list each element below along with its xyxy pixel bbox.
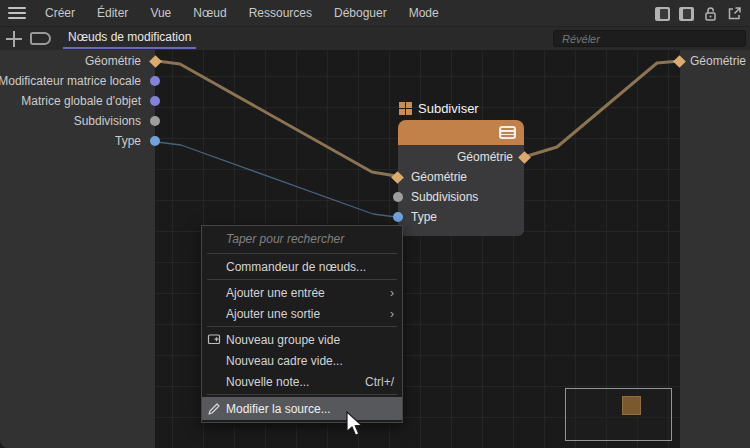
node-group-icon[interactable] (30, 32, 51, 45)
wire-geometry-output (524, 61, 680, 157)
wire-geometry-input (157, 61, 396, 176)
menu-item-ajouter-une-entree[interactable]: Ajouter une entrée › (202, 282, 402, 303)
port-label: Géométrie (457, 150, 513, 164)
reveal-search-input[interactable] (553, 30, 746, 47)
port-label: Matrice globale d'objet (21, 94, 141, 108)
context-menu-search-input[interactable]: Taper pour rechercher (202, 227, 402, 251)
pencil-icon (207, 402, 222, 416)
geometry-port-diamond[interactable] (673, 55, 686, 68)
port-label: Modificateur matrice locale (0, 74, 141, 88)
graph-canvas[interactable]: Géométrie Modificateur matrice locale Ma… (0, 50, 750, 448)
menu-separator (207, 253, 397, 254)
add-tab-icon[interactable] (6, 31, 22, 47)
node-subdiviser[interactable]: Subdiviser Géométrie Géométrie (398, 100, 524, 236)
type-port-circle[interactable] (393, 212, 403, 222)
menu-item-label: Nouveau groupe vide (226, 333, 394, 347)
open-external-icon[interactable] (727, 6, 742, 21)
node-header[interactable] (398, 120, 524, 145)
node-menu-icon[interactable] (499, 126, 516, 139)
port-label: Subdivisions (411, 190, 478, 204)
menu-separator (207, 394, 397, 395)
matrix-port-circle[interactable] (150, 76, 160, 86)
node-title: Subdiviser (418, 101, 479, 116)
node-input-geometrie[interactable]: Géométrie (398, 167, 524, 187)
output-ports-strip: Géométrie (680, 50, 750, 448)
port-label: Type (411, 210, 437, 224)
menu-item-label: Nouvelle note... (226, 375, 365, 389)
submenu-arrow-icon: › (390, 307, 394, 321)
graph-port-type[interactable]: Type (0, 131, 155, 151)
menu-item-shortcut: Ctrl+/ (365, 375, 394, 389)
menu-editer[interactable]: Éditer (86, 0, 139, 27)
menu-item-nouvelle-note[interactable]: Nouvelle note... Ctrl+/ (202, 371, 402, 392)
node-input-type[interactable]: Type (398, 207, 524, 227)
tab-label: Nœuds de modification (68, 30, 191, 44)
new-group-icon (207, 332, 222, 346)
tab-active-underline (63, 47, 196, 49)
lock-open-icon[interactable] (703, 6, 718, 22)
tabbar: Nœuds de modification (0, 27, 750, 50)
window-controls (655, 0, 742, 27)
menu-item-label: Ajouter une entrée (226, 286, 390, 300)
graph-port-modificateur-matrice-locale[interactable]: Modificateur matrice locale (0, 71, 155, 91)
menu-deboguer[interactable]: Déboguer (323, 0, 398, 27)
menu-mode[interactable]: Mode (398, 0, 450, 27)
menu-separator (207, 326, 397, 327)
hamburger-menu-icon[interactable] (8, 7, 26, 19)
submenu-arrow-icon: › (390, 286, 394, 300)
menu-item-label: Modifier la source... (226, 402, 394, 416)
matrix-port-circle[interactable] (150, 96, 160, 106)
menu-item-commandeur-de-noeuds[interactable]: Commandeur de nœuds... (202, 256, 402, 277)
node-body: Géométrie Géométrie Subdivisions Type (398, 145, 524, 236)
port-label: Géométrie (690, 54, 746, 68)
menu-vue[interactable]: Vue (139, 0, 182, 27)
panel-right-icon[interactable] (679, 7, 694, 21)
geometry-port-diamond[interactable] (518, 151, 531, 164)
menu-item-nouveau-groupe-vide[interactable]: Nouveau groupe vide (202, 329, 402, 350)
menu-creer[interactable]: Créer (34, 0, 86, 27)
subdivisions-port-circle[interactable] (150, 116, 160, 126)
port-label: Géométrie (411, 170, 467, 184)
wire-type-input (157, 142, 396, 217)
context-menu: Taper pour rechercher Commandeur de nœud… (201, 225, 403, 423)
subdivide-node-icon (399, 102, 412, 115)
panel-left-icon[interactable] (655, 7, 670, 21)
geometry-port-diamond[interactable] (149, 55, 162, 68)
port-label: Type (115, 134, 141, 148)
menu-separator (207, 279, 397, 280)
menu-item-label: Nouveau cadre vide... (226, 354, 394, 368)
tab-noeuds-de-modification[interactable]: Nœuds de modification (63, 27, 196, 50)
menubar: Créer Éditer Vue Nœud Ressources Débogue… (0, 0, 750, 27)
node-title-row: Subdiviser (399, 100, 524, 117)
minimap-node-marker (622, 396, 641, 415)
menu-item-modifier-la-source[interactable]: Modifier la source... (202, 397, 402, 420)
subdivisions-port-circle[interactable] (393, 192, 403, 202)
menu-item-ajouter-une-sortie[interactable]: Ajouter une sortie › (202, 303, 402, 324)
menu-item-nouveau-cadre-vide[interactable]: Nouveau cadre vide... (202, 350, 402, 371)
menu-item-label: Commandeur de nœuds... (226, 260, 394, 274)
port-label: Subdivisions (74, 114, 141, 128)
input-ports-strip: Géométrie Modificateur matrice locale Ma… (0, 50, 155, 448)
graph-port-subdivisions[interactable]: Subdivisions (0, 111, 155, 131)
graph-port-matrice-globale-objet[interactable]: Matrice globale d'objet (0, 91, 155, 111)
minimap[interactable] (565, 388, 672, 441)
node-output-geometrie[interactable]: Géométrie (398, 147, 524, 167)
graph-output-geometrie[interactable]: Géométrie (680, 51, 750, 71)
node-editor-window: Créer Éditer Vue Nœud Ressources Débogue… (0, 0, 750, 448)
menu-noeud[interactable]: Nœud (182, 0, 237, 27)
graph-port-geometrie[interactable]: Géométrie (0, 51, 155, 71)
type-port-circle[interactable] (150, 136, 160, 146)
menu-item-label: Ajouter une sortie (226, 307, 390, 321)
port-label: Géométrie (85, 54, 141, 68)
geometry-port-diamond[interactable] (391, 171, 404, 184)
menu-ressources[interactable]: Ressources (238, 0, 323, 27)
node-input-subdivisions[interactable]: Subdivisions (398, 187, 524, 207)
